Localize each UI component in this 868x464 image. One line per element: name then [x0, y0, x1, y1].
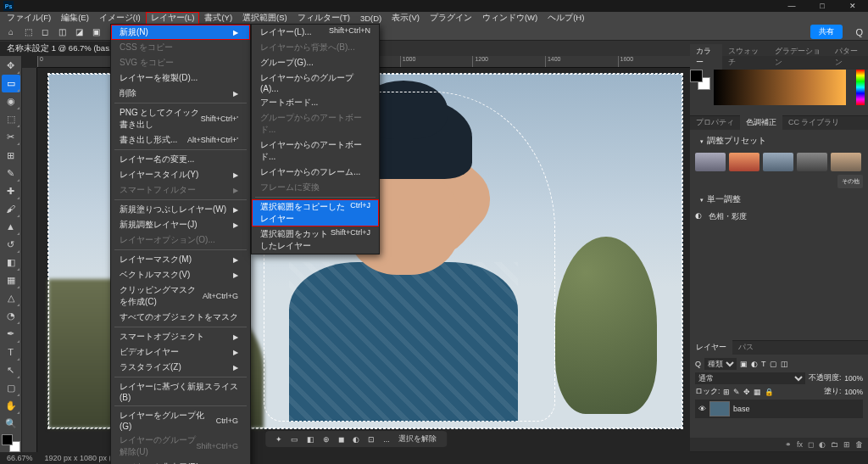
maximize-button[interactable]: □ [807, 0, 837, 12]
submenu-item[interactable]: レイヤーからのアートボード... [252, 137, 379, 165]
move-tool[interactable]: ✥ [2, 57, 20, 75]
submenu-item[interactable]: 選択範囲をコピーしたレイヤーCtrl+J [252, 199, 379, 226]
blend-mode[interactable]: 通常 [695, 372, 805, 384]
other-presets[interactable]: その他 [837, 175, 863, 188]
menu-item[interactable]: 新規(N)▶ [111, 25, 250, 40]
submenu-item[interactable]: 選択範囲をカットしたレイヤーShift+Ctrl+J [252, 226, 379, 254]
layer-name[interactable]: base [733, 405, 750, 413]
boolean-subtract-icon[interactable]: ◪ [73, 26, 85, 38]
submenu-item[interactable]: レイヤーからのフレーム... [252, 165, 379, 180]
new-layer-icon[interactable]: ⊞ [843, 440, 850, 449]
ctx-icon[interactable]: ◐ [353, 435, 359, 444]
menu-select[interactable]: 選択範囲(S) [237, 12, 292, 25]
layer-style-icon[interactable]: fx [797, 440, 803, 449]
filter-icon[interactable]: ◫ [781, 360, 788, 368]
search-icon[interactable]: Q [855, 27, 863, 37]
dodge-tool[interactable]: ◔ [2, 307, 20, 325]
tool-preset-icon[interactable]: ⬚ [22, 26, 34, 38]
ctx-icon[interactable]: ▭ [291, 435, 298, 444]
zoom-tool[interactable]: 🔍 [2, 415, 20, 433]
adjustment-icon[interactable]: ◐ [819, 440, 826, 449]
menu-item[interactable]: ラスタライズ(Z)▶ [111, 360, 250, 375]
type-tool[interactable]: T [2, 344, 20, 361]
tab-color[interactable]: カラー [690, 44, 722, 70]
lasso-tool[interactable]: ◉ [2, 92, 20, 110]
lock-icon[interactable]: ✎ [733, 388, 740, 396]
menu-item[interactable]: クリッピングマスクを作成(C)Alt+Ctrl+G [111, 282, 250, 310]
menu-layer[interactable]: レイヤー(L) [146, 12, 200, 25]
menu-plugins[interactable]: プラグイン [425, 12, 477, 25]
layer-row[interactable]: 👁 base [695, 400, 863, 418]
ctx-icon[interactable]: ⊕ [323, 435, 330, 444]
menu-item[interactable]: レイヤーを複製(D)... [111, 70, 250, 86]
trash-icon[interactable]: 🗑 [855, 440, 863, 449]
eraser-tool[interactable]: ◧ [2, 254, 20, 271]
boolean-intersect-icon[interactable]: ▣ [90, 26, 102, 38]
minimize-button[interactable]: — [776, 0, 807, 12]
menu-type[interactable]: 書式(Y) [199, 12, 237, 25]
opacity-value[interactable]: 100% [844, 374, 863, 383]
share-button[interactable]: 共有 [810, 25, 843, 39]
hue-slider[interactable] [856, 70, 865, 105]
menu-view[interactable]: 表示(V) [387, 12, 425, 25]
hue-sat-icon[interactable]: ◐ [695, 211, 702, 222]
tab-swatches[interactable]: スウォッチ [722, 44, 769, 70]
ctx-icon[interactable]: ⊡ [368, 435, 375, 444]
hand-tool[interactable]: ✋ [2, 397, 20, 415]
menu-file[interactable]: ファイル(F) [2, 12, 56, 25]
filter-icon[interactable]: T [761, 360, 766, 368]
adjust-presets[interactable] [695, 153, 863, 171]
ctx-icon[interactable]: ◧ [307, 435, 314, 444]
menu-filter[interactable]: フィルター(T) [292, 12, 355, 25]
contextual-task-bar[interactable]: ✦ ▭ ◧ ⊕ ◼ ◐ ⊡ ... 選択を解除 [265, 431, 447, 447]
menu-item[interactable]: レイヤースタイル(Y)▶ [111, 167, 250, 182]
tab-patterns[interactable]: パターン [829, 44, 868, 70]
zoom-level[interactable]: 66.67% [7, 454, 33, 462]
menu-item[interactable]: PNG としてクイック書き出しShift+Ctrl+' [111, 105, 250, 132]
shape-tool[interactable]: ▢ [2, 379, 20, 397]
menu-item[interactable]: レイヤーに基づく新規スライス(B) [111, 379, 250, 404]
lock-icon[interactable]: ▦ [754, 388, 761, 396]
visibility-icon[interactable]: 👁 [698, 405, 706, 413]
layer-thumbnail[interactable] [709, 401, 730, 416]
ctx-deselect[interactable]: 選択を解除 [398, 433, 437, 444]
menu-3d[interactable]: 3D(D) [355, 13, 387, 24]
menu-item[interactable]: 新規塗りつぶしレイヤー(W)▶ [111, 202, 250, 217]
foreground-background-color[interactable] [2, 434, 20, 452]
menu-help[interactable]: ヘルプ(H) [542, 12, 589, 25]
submenu-item[interactable]: レイヤー(L)...Shift+Ctrl+N [252, 25, 379, 40]
pen-tool[interactable]: ✒ [2, 325, 20, 343]
menu-item[interactable]: レイヤーを非表示(R)Ctrl+, [111, 460, 250, 464]
ctx-icon[interactable]: ◼ [338, 435, 344, 444]
menu-item[interactable]: レイヤーをグループ化(G)Ctrl+G [111, 408, 250, 433]
menu-item[interactable]: 削除▶ [111, 86, 250, 101]
submenu-item[interactable]: レイヤーからのグループ(A)... [252, 70, 379, 95]
menu-item[interactable]: スマートオブジェクト▶ [111, 329, 250, 344]
menu-item[interactable]: レイヤーマスク(M)▶ [111, 252, 250, 267]
filter-icon[interactable]: ▢ [770, 360, 777, 368]
stamp-tool[interactable]: ▲ [2, 218, 20, 236]
link-layers-icon[interactable]: ⚭ [785, 440, 792, 449]
lock-icon[interactable]: 🔒 [765, 388, 774, 396]
history-brush-tool[interactable]: ↺ [2, 236, 20, 254]
home-icon[interactable]: ⌂ [5, 26, 17, 38]
color-field[interactable] [714, 70, 846, 105]
marquee-tool[interactable]: ▭ [2, 75, 20, 92]
tab-layers[interactable]: レイヤー [690, 340, 732, 355]
frame-tool[interactable]: ⊞ [2, 146, 20, 164]
tab-paths[interactable]: パス [732, 340, 760, 355]
lock-icon[interactable]: ⊞ [723, 388, 730, 396]
menu-window[interactable]: ウィンドウ(W) [477, 12, 542, 25]
boolean-add-icon[interactable]: ◫ [56, 26, 68, 38]
eyedropper-tool[interactable]: ✎ [2, 165, 20, 182]
submenu-item[interactable]: アートボード... [252, 95, 379, 110]
adjust-presets-header[interactable]: ▾調整プリセット [695, 133, 863, 149]
boolean-new-icon[interactable]: ◻ [39, 26, 51, 38]
gradient-tool[interactable]: ▦ [2, 271, 20, 289]
mask-icon[interactable]: ◻ [808, 440, 814, 449]
color-fg-bg[interactable] [690, 70, 710, 90]
object-select-tool[interactable]: ⬚ [2, 110, 20, 128]
single-adjust-header[interactable]: ▾単一調整 [695, 192, 863, 208]
tab-gradients[interactable]: グラデーション [769, 44, 829, 70]
close-button[interactable]: ✕ [837, 0, 868, 12]
